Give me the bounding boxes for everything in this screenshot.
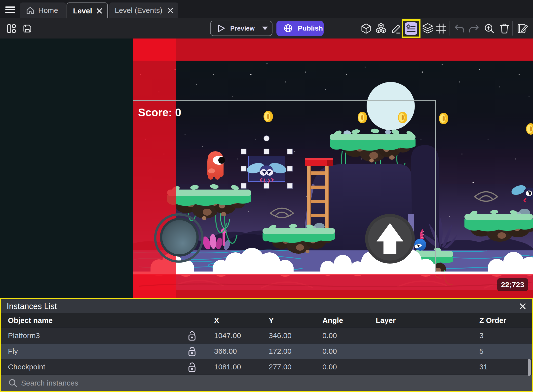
instances-panel-title: Instances List xyxy=(7,302,57,311)
column-header-y[interactable]: Y xyxy=(253,316,307,325)
coin xyxy=(398,112,407,123)
instance-x[interactable]: 1081.00 xyxy=(199,363,253,371)
resize-handle-n xyxy=(264,149,269,154)
preview-button-group: Preview xyxy=(210,21,272,36)
tab-level[interactable]: Level xyxy=(67,2,108,19)
redo-icon[interactable] xyxy=(468,18,480,39)
grid-icon[interactable] xyxy=(435,18,447,39)
resize-handle-s xyxy=(264,183,269,189)
instance-angle[interactable]: 0.00 xyxy=(307,347,361,355)
tab-level-close-icon[interactable] xyxy=(96,8,103,14)
scene-properties-icon[interactable] xyxy=(517,18,529,39)
publish-button[interactable]: Publish xyxy=(276,21,324,36)
coordinates-badge-text: 22;723 xyxy=(501,280,524,289)
instance-y[interactable]: 277.00 xyxy=(253,363,307,371)
column-header-angle[interactable]: Angle xyxy=(307,316,361,325)
column-header-x[interactable]: X xyxy=(199,316,253,325)
instance-z-order[interactable]: 31 xyxy=(464,363,532,371)
instance-name: Fly xyxy=(1,347,185,355)
resize-handle-nw xyxy=(241,149,246,154)
search-icon xyxy=(8,378,18,388)
coin xyxy=(358,112,367,123)
instance-name: Checkpoint xyxy=(1,363,185,371)
column-header-object-name[interactable]: Object name xyxy=(1,316,185,325)
coin xyxy=(439,113,448,124)
instance-y[interactable]: 172.00 xyxy=(253,347,307,355)
tab-home[interactable]: Home xyxy=(20,2,66,18)
cube-3d-icon[interactable] xyxy=(360,18,372,39)
instance-z-order[interactable]: 5 xyxy=(464,347,532,355)
globe-icon xyxy=(283,24,293,33)
instances-panel-close-icon[interactable] xyxy=(519,303,526,310)
resize-handle-ne xyxy=(287,149,293,154)
tab-home-label: Home xyxy=(38,6,58,15)
instance-name: Platform3 xyxy=(1,331,185,340)
instance-row-platform3[interactable]: Platform3 1047.00 346.00 0.00 3 xyxy=(1,327,532,343)
column-header-z-order[interactable]: Z Order xyxy=(464,316,532,325)
play-icon xyxy=(217,24,226,33)
resize-handle-e xyxy=(287,166,293,171)
scene-svg: Score: 0 22;723 xyxy=(0,39,533,299)
jump-button[interactable] xyxy=(365,214,415,264)
trash-icon[interactable] xyxy=(499,18,510,39)
objects-icon[interactable] xyxy=(375,18,387,39)
zoom-in-icon[interactable] xyxy=(483,18,495,39)
instance-row-fly[interactable]: Fly 366.00 172.00 0.00 5 xyxy=(1,343,532,359)
gdevelop-app: Home Level Level (Events) xyxy=(0,0,533,392)
coordinates-badge: 22;723 xyxy=(497,278,528,291)
coin xyxy=(264,111,273,122)
instance-angle[interactable]: 0.00 xyxy=(307,331,361,340)
toolbar-separator xyxy=(512,21,513,36)
instance-row-checkpoint[interactable]: Checkpoint 1081.00 277.00 0.00 31 xyxy=(1,359,532,374)
instance-angle[interactable]: 0.00 xyxy=(307,363,361,371)
score-text: Score: 0 xyxy=(138,106,181,118)
tab-level-events-close-icon[interactable] xyxy=(167,7,174,14)
unlock-icon[interactable] xyxy=(187,361,197,373)
tab-bar: Home Level Level (Events) xyxy=(0,0,533,18)
save-icon[interactable] xyxy=(22,18,33,39)
instance-x[interactable]: 1047.00 xyxy=(199,331,253,340)
red-band-top xyxy=(133,39,533,61)
tab-level-label: Level xyxy=(73,7,92,15)
scene-editor-canvas[interactable]: Score: 0 22;723 xyxy=(0,39,533,299)
tab-level-events-label: Level (Events) xyxy=(115,6,162,15)
instance-z-order[interactable]: 3 xyxy=(464,331,532,340)
instances-list-icon[interactable] xyxy=(405,22,417,35)
panel-scrollbar[interactable] xyxy=(528,359,531,376)
instances-panel: Instances List Object name X Y Angle Lay… xyxy=(0,298,533,392)
layout-panels-icon[interactable] xyxy=(6,18,17,39)
resize-handle-se xyxy=(287,183,293,189)
toolbar: Preview Publish xyxy=(0,18,533,39)
layers-icon[interactable] xyxy=(421,18,434,39)
unlock-icon[interactable] xyxy=(187,346,197,357)
resize-handle-sw xyxy=(241,183,246,189)
instance-y[interactable]: 346.00 xyxy=(253,331,307,340)
search-instances-input[interactable] xyxy=(21,379,468,387)
instances-search-bar xyxy=(1,375,532,391)
publish-button-label: Publish xyxy=(298,24,323,32)
preview-button-label: Preview xyxy=(230,25,255,32)
undo-icon[interactable] xyxy=(454,18,465,39)
resize-handle-w xyxy=(241,166,246,171)
main-menu-icon[interactable] xyxy=(5,6,15,13)
home-icon xyxy=(26,6,35,15)
column-header-layer[interactable]: Layer xyxy=(361,316,464,325)
joystick-control[interactable] xyxy=(155,214,202,262)
unlock-icon[interactable] xyxy=(187,330,197,341)
toolbar-separator xyxy=(450,21,450,36)
preview-button[interactable]: Preview xyxy=(211,21,258,36)
tab-level-events[interactable]: Level (Events) xyxy=(109,2,178,18)
rotate-handle xyxy=(264,136,269,141)
preview-dropdown-button[interactable] xyxy=(258,21,272,36)
moon xyxy=(367,82,415,130)
edit-pencil-icon[interactable] xyxy=(390,18,402,39)
instances-table-header: Object name X Y Angle Layer Z Order xyxy=(1,313,532,327)
chevron-down-icon xyxy=(262,26,268,31)
instances-panel-title-bar: Instances List xyxy=(1,299,532,313)
instance-x[interactable]: 366.00 xyxy=(199,347,253,355)
